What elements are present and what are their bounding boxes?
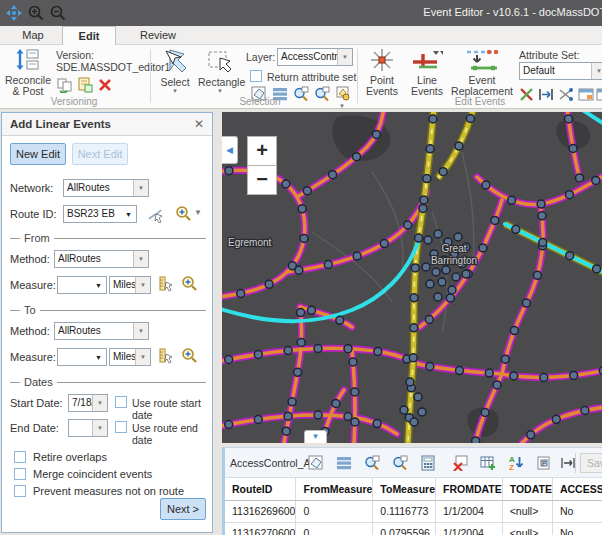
select-button[interactable]: Select ▼ — [156, 47, 194, 95]
reconcile-post-label: Reconcile & Post — [4, 75, 52, 97]
sort-icon[interactable]: AZ — [505, 452, 527, 474]
collapse-panel-left-icon[interactable]: ◀ — [222, 136, 238, 164]
zoom-route-caret-icon[interactable]: ▼ — [194, 210, 202, 216]
start-date-input[interactable]: 7/18/ ▼ — [68, 394, 108, 412]
zoom-in-icon[interactable] — [27, 4, 45, 22]
save-button[interactable]: Save — [580, 453, 602, 473]
column-header-tomeasure[interactable]: ToMeasure — [373, 478, 436, 500]
to-method-value: AllRoutes — [55, 323, 133, 339]
zoom-out-icon[interactable] — [49, 4, 67, 22]
refresh-version-icon[interactable] — [56, 76, 74, 94]
add-records-icon[interactable] — [477, 452, 499, 474]
from-measure-input[interactable]: ▼ — [57, 276, 107, 294]
attribute-set-select[interactable]: Default ▼ — [519, 62, 602, 80]
from-unit-select[interactable]: Miles ▼ — [109, 276, 151, 294]
table-cell: <null> — [502, 522, 552, 535]
map-place-label: Great — [441, 243, 466, 254]
zoom-to-selection-icon[interactable] — [361, 452, 383, 474]
version-value: SDE.MASSDOT_editor1 — [56, 61, 170, 73]
use-route-start-checkbox[interactable] — [115, 396, 127, 408]
layer-select[interactable]: AccessControl_A ▼ — [277, 48, 353, 66]
field-calculator-icon[interactable] — [417, 452, 439, 474]
to-measure-pick-icon[interactable] — [157, 347, 175, 365]
to-zoom-icon[interactable] — [180, 346, 198, 364]
identify-icon[interactable]: P — [533, 452, 555, 474]
attribute-table: RouteIDFromMeasureToMeasureFROMDATETODAT… — [225, 478, 602, 535]
column-header-access[interactable]: ACCESS — [552, 478, 602, 500]
select-route-icon[interactable] — [146, 205, 164, 223]
network-value: AllRoutes — [64, 180, 133, 196]
column-header-routeid[interactable]: RouteID — [225, 478, 296, 500]
select-polygon-icon[interactable] — [305, 452, 327, 474]
point-events-button[interactable]: Point Events — [362, 47, 402, 98]
zoom-route-icon[interactable] — [174, 204, 192, 222]
map-place-label: Barrington — [431, 255, 477, 266]
select-caret-icon: ▼ — [157, 88, 193, 94]
merge-coincident-checkbox[interactable] — [14, 468, 26, 480]
select-label: Select — [157, 77, 193, 88]
retire-overlaps-label: Retire overlaps — [33, 451, 107, 463]
pan-icon[interactable] — [5, 4, 23, 22]
prevent-measures-checkbox[interactable] — [14, 485, 26, 497]
return-attribute-set-checkbox[interactable] — [250, 70, 262, 82]
clear-selection-icon[interactable] — [449, 452, 471, 474]
from-zoom-icon[interactable] — [180, 274, 198, 292]
pan-to-selection-icon[interactable] — [389, 452, 411, 474]
retire-overlaps-checkbox[interactable] — [14, 451, 26, 463]
column-header-fromdate[interactable]: FROMDATE — [435, 478, 502, 500]
new-edit-button[interactable]: New Edit — [10, 143, 66, 165]
delete-version-icon[interactable] — [96, 76, 114, 94]
map-canvas: EgremontGreatBarrington — [222, 112, 602, 443]
tab-map[interactable]: Map — [10, 26, 56, 45]
table-row[interactable]: 1131627060000.07955961/1/2004<null>No — [225, 522, 602, 535]
attribute-window-2-icon[interactable] — [595, 85, 602, 103]
from-measure-pick-icon[interactable] — [157, 275, 175, 293]
line-events-button[interactable]: Line Events — [407, 47, 447, 98]
to-method-select[interactable]: AllRoutes ▼ — [54, 322, 149, 340]
route-id-caret-icon: ▼ — [121, 206, 136, 222]
new-version-icon[interactable] — [76, 76, 94, 94]
to-unit-select[interactable]: Miles ▼ — [109, 348, 151, 366]
end-date-value — [69, 420, 92, 436]
close-icon[interactable]: ✕ — [194, 117, 204, 131]
map-view[interactable]: EgremontGreatBarrington ◀ + − ▼ — [222, 112, 602, 443]
selectable-layers-caret-icon: ▼ — [339, 103, 345, 109]
tab-review[interactable]: Review — [130, 26, 186, 45]
prevent-measures-label: Prevent measures not on route — [33, 485, 184, 497]
toolbar-separator — [575, 453, 576, 473]
network-select[interactable]: AllRoutes ▼ — [63, 179, 149, 197]
split-event-icon[interactable] — [557, 85, 575, 103]
merge-coincident-label: Merge coincident events — [33, 468, 152, 480]
tab-edit[interactable]: Edit — [62, 26, 116, 45]
route-id-select[interactable]: BSR23 EB ▼ — [63, 205, 137, 223]
event-replacement-icon — [465, 48, 499, 72]
to-unit-caret-icon: ▼ — [135, 349, 150, 365]
map-zoom-out-button[interactable]: − — [247, 165, 277, 195]
network-label: Network: — [10, 182, 53, 194]
column-header-frommeasure[interactable]: FromMeasure — [296, 478, 373, 500]
svg-text:Z: Z — [509, 463, 514, 471]
next-edit-button[interactable]: Next Edit — [72, 143, 128, 165]
table-cell: <null> — [502, 500, 552, 522]
next-button[interactable]: Next > — [160, 498, 206, 520]
attribute-window-icon[interactable] — [577, 85, 595, 103]
reconcile-post-button[interactable]: Reconcile & Post — [3, 47, 53, 98]
table-layer-name: AccessControl_A — [230, 457, 311, 469]
use-route-end-checkbox[interactable] — [115, 421, 127, 433]
attribute-list-icon[interactable] — [333, 452, 355, 474]
to-method-label: Method: — [10, 325, 50, 337]
rectangle-button[interactable]: Rectangle ▼ — [197, 47, 243, 95]
end-date-input[interactable]: ▼ — [68, 419, 108, 437]
table-row[interactable]: 1131626960000.11167731/1/2004<null>No — [225, 500, 602, 522]
from-method-caret-icon: ▼ — [133, 251, 148, 267]
event-replacement-button[interactable]: Event Replacement — [450, 47, 514, 98]
column-header-todate[interactable]: TODATE — [502, 478, 552, 500]
to-measure-input[interactable]: ▼ — [57, 348, 107, 366]
selectable-layers-icon[interactable] — [334, 85, 352, 103]
from-method-select[interactable]: AllRoutes ▼ — [54, 250, 149, 268]
point-events-label: Point Events — [363, 75, 401, 97]
table-toolbar: AccessControl_A AZ — [225, 448, 602, 478]
collapse-table-icon[interactable]: ▼ — [304, 430, 327, 443]
line-events-icon — [411, 48, 443, 72]
map-zoom-in-button[interactable]: + — [247, 136, 277, 166]
